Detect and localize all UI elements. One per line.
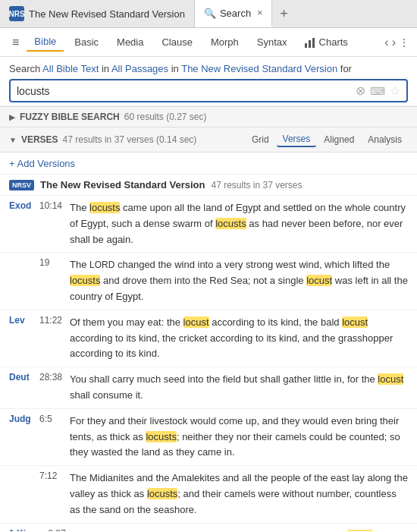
- highlight-word: locust: [183, 316, 209, 328]
- table-row: Exod10:14The locusts came upon all the l…: [0, 196, 417, 252]
- view-aligned[interactable]: Aligned: [318, 133, 360, 146]
- add-tab-button[interactable]: +: [272, 6, 296, 22]
- fuzzy-label: FUZZY BIBLE SEARCH: [20, 112, 120, 122]
- search-description: Search All Bible Text in All Passages in…: [9, 63, 408, 74]
- verse-text: You shall carry much seed into the field…: [70, 372, 408, 404]
- chapter-verse[interactable]: 19: [39, 257, 67, 268]
- verses-left: ▼ VERSES 47 results in 37 verses (0.14 s…: [9, 134, 196, 145]
- toolbar-syntax[interactable]: Syntax: [249, 33, 295, 51]
- book-name[interactable]: Deut: [9, 372, 33, 382]
- search-tab[interactable]: 🔍 Search ×: [195, 0, 272, 27]
- bible-tab[interactable]: NRS The New Revised Standard Version: [0, 0, 195, 27]
- toolbar-morph[interactable]: Morph: [203, 33, 246, 51]
- toolbar-bible[interactable]: Bible: [27, 33, 64, 52]
- chapter-verse[interactable]: 11:22: [39, 315, 67, 326]
- book-name[interactable]: Judg: [9, 414, 33, 424]
- version-name: The New Revised Standard Version: [40, 179, 205, 190]
- charts-icon: [304, 36, 316, 49]
- view-options: Grid Verses Aligned Analysis: [246, 132, 408, 147]
- search-tab-close[interactable]: ×: [257, 8, 262, 18]
- svg-rect-2: [312, 38, 315, 48]
- search-tab-icon: 🔍: [204, 8, 216, 19]
- toolbar: ≡ Bible Basic Media Clause Morph Syntax …: [0, 28, 417, 57]
- toolbar-charts[interactable]: Charts: [298, 33, 354, 52]
- fuzzy-toggle-icon: ▶: [9, 113, 15, 121]
- verse-text: “If there is famine in the land, if ther…: [75, 528, 408, 531]
- table-row: Judg6:5For they and their livestock woul…: [0, 409, 417, 465]
- verse-block: 7:12The Midianites and the Amalekites an…: [0, 466, 417, 523]
- search-desc-1: Search: [9, 63, 42, 74]
- verse-reference: Exod10:14: [9, 200, 70, 247]
- chapter-verse[interactable]: 7:12: [39, 471, 67, 481]
- highlight-word: locusts: [147, 488, 177, 499]
- highlight-word: locusts: [89, 202, 120, 213]
- verse-block: Lev11:22Of them you may eat: the locust …: [0, 310, 417, 367]
- version-header: NRSV The New Revised Standard Version 47…: [0, 175, 417, 196]
- bible-tab-label: The New Revised Standard Version: [29, 8, 185, 20]
- clear-icon[interactable]: ⊗: [356, 83, 365, 98]
- verse-text: The locusts came upon all the land of Eg…: [70, 200, 408, 247]
- search-link-all-bible[interactable]: All Bible Text: [42, 63, 99, 74]
- highlight-word: locusts: [146, 431, 176, 442]
- version-badge: NRSV: [9, 180, 34, 190]
- table-row: 19The LORD changed the wind into a very …: [0, 253, 417, 309]
- tab-bar: NRS The New Revised Standard Version 🔍 S…: [0, 0, 417, 28]
- verses-toggle-icon[interactable]: ▼: [9, 136, 17, 144]
- view-grid[interactable]: Grid: [246, 133, 275, 146]
- results-area[interactable]: ▶ FUZZY BIBLE SEARCH 60 results (0.27 se…: [0, 106, 417, 531]
- verse-text: For they and their livestock would come …: [70, 414, 408, 461]
- chapter-verse[interactable]: 6:5: [39, 414, 67, 424]
- star-icon[interactable]: ☆: [390, 83, 400, 98]
- book-name[interactable]: Exod: [9, 200, 33, 211]
- nav-forward[interactable]: ›: [392, 36, 396, 49]
- toolbar-basic[interactable]: Basic: [67, 33, 106, 51]
- verse-block: Deut28:38You shall carry much seed into …: [0, 367, 417, 409]
- search-input[interactable]: [17, 85, 356, 97]
- chapter-verse[interactable]: 8:37: [48, 528, 75, 531]
- verse-block: Judg6:5For they and their livestock woul…: [0, 409, 417, 466]
- search-link-version[interactable]: The New Revised Standard Version: [181, 63, 337, 74]
- svg-rect-1: [309, 40, 311, 48]
- search-tab-label: Search: [220, 8, 251, 19]
- fuzzy-section-header[interactable]: ▶ FUZZY BIBLE SEARCH 60 results (0.27 se…: [0, 106, 417, 127]
- highlight-word: locust: [378, 373, 403, 385]
- verses-label: VERSES: [21, 134, 58, 145]
- toolbar-media[interactable]: Media: [109, 33, 151, 51]
- search-input-icons: ⊗ ⌨ ☆: [356, 83, 400, 98]
- verse-text: The Midianites and the Amalekites and al…: [70, 471, 408, 518]
- verse-block: Exod10:14The locusts came upon all the l…: [0, 196, 417, 253]
- highlight-word: locust: [342, 316, 368, 328]
- view-analysis[interactable]: Analysis: [362, 133, 408, 146]
- view-verses[interactable]: Verses: [277, 132, 317, 147]
- nav-back[interactable]: ‹: [384, 36, 388, 49]
- search-desc-3: in: [171, 63, 182, 74]
- verse-block: 1 Kings8:37“If there is famine in the la…: [0, 524, 417, 531]
- lord-text: LORD: [89, 260, 114, 270]
- verse-reference: Judg6:5: [9, 414, 70, 461]
- verses-count: 47 results in 37 verses (0.14 sec): [63, 134, 197, 145]
- verse-reference: Lev11:22: [9, 315, 70, 362]
- chapter-verse[interactable]: 10:14: [39, 200, 67, 211]
- add-versions-button[interactable]: + Add Versions: [9, 158, 75, 169]
- toolbar-nav: ‹ › ⋮: [384, 36, 409, 49]
- search-desc-4: for: [340, 63, 352, 74]
- verses-container: Exod10:14The locusts came upon all the l…: [0, 196, 417, 531]
- book-name[interactable]: 1 Kings: [9, 528, 42, 531]
- keyboard-icon[interactable]: ⌨: [370, 85, 385, 97]
- highlight-word: locust: [347, 530, 373, 531]
- book-name[interactable]: Lev: [9, 315, 33, 326]
- verses-section-header: ▼ VERSES 47 results in 37 verses (0.14 s…: [0, 127, 417, 153]
- verse-reference: 1 Kings8:37: [9, 528, 75, 531]
- search-desc-2: in: [102, 63, 111, 74]
- verse-block: 19The LORD changed the wind into a very …: [0, 253, 417, 310]
- version-count: 47 results in 37 verses: [211, 180, 302, 190]
- menu-button[interactable]: ≡: [8, 33, 24, 52]
- chapter-verse[interactable]: 28:38: [39, 372, 67, 382]
- nav-more[interactable]: ⋮: [399, 36, 409, 49]
- search-bar-area: Search All Bible Text in All Passages in…: [0, 57, 417, 106]
- verse-reference: Deut28:38: [9, 372, 70, 404]
- verse-text: Of them you may eat: the locust accordin…: [70, 315, 408, 362]
- search-link-all-passages[interactable]: All Passages: [111, 63, 168, 74]
- toolbar-clause[interactable]: Clause: [154, 33, 199, 51]
- fuzzy-count: 60 results (0.27 sec): [124, 112, 207, 122]
